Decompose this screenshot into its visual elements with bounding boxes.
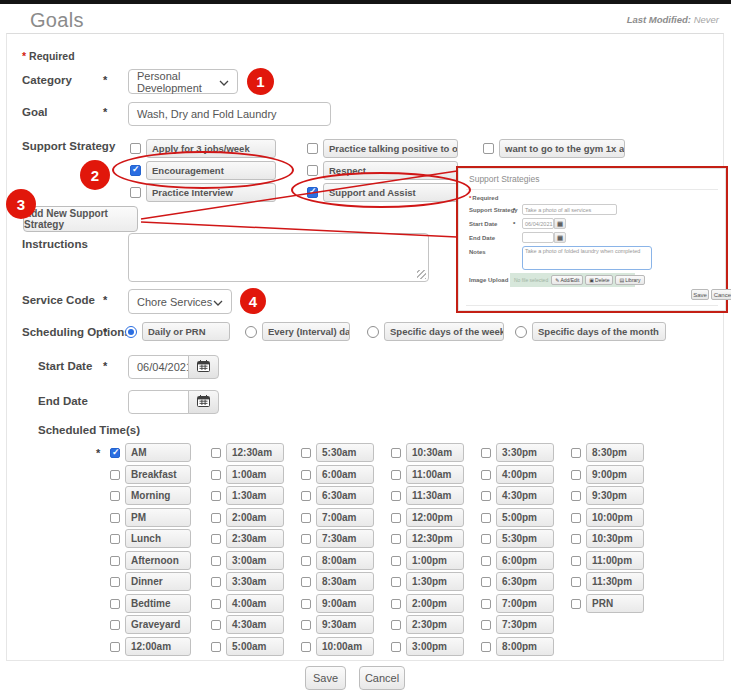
- goal-input[interactable]: Wash, Dry and Fold Laundry: [128, 102, 331, 126]
- checkbox[interactable]: [571, 470, 581, 480]
- checkbox[interactable]: [301, 577, 311, 587]
- checkbox[interactable]: [110, 556, 120, 566]
- checkbox[interactable]: [481, 642, 491, 652]
- checkbox[interactable]: [211, 642, 221, 652]
- checkbox[interactable]: [110, 620, 120, 630]
- scheduled-time-option[interactable]: 7:00pm: [481, 594, 554, 613]
- scheduling-option[interactable]: Specific days of the week: [367, 322, 504, 341]
- support-strategy-option[interactable]: Respect: [307, 161, 458, 180]
- checkbox[interactable]: [110, 470, 120, 480]
- inset-cancel-button[interactable]: Cancel: [711, 289, 731, 300]
- save-button[interactable]: Save: [305, 666, 346, 690]
- scheduled-time-option[interactable]: Lunch: [110, 529, 191, 548]
- scheduled-time-option[interactable]: 11:30am: [391, 486, 464, 505]
- checkbox[interactable]: [391, 556, 401, 566]
- checkbox[interactable]: [481, 556, 491, 566]
- checkbox[interactable]: [571, 556, 581, 566]
- end-date-input[interactable]: [128, 390, 189, 414]
- checkbox[interactable]: [391, 620, 401, 630]
- checkbox[interactable]: [301, 470, 311, 480]
- inset-delete-button[interactable]: ▣Delete: [585, 275, 613, 285]
- checkbox[interactable]: [211, 470, 221, 480]
- checkbox[interactable]: [301, 491, 311, 501]
- category-select[interactable]: Personal Development: [128, 69, 238, 94]
- support-strategy-option[interactable]: Support and Assist: [307, 183, 458, 202]
- checkbox[interactable]: [301, 620, 311, 630]
- scheduled-time-option[interactable]: Afternoon: [110, 551, 191, 570]
- inset-support-strategy-input[interactable]: Take a photo of all services: [522, 204, 617, 215]
- checkbox[interactable]: [483, 143, 494, 154]
- checkbox[interactable]: [391, 599, 401, 609]
- scheduled-time-option[interactable]: 3:30pm: [481, 443, 554, 462]
- radio-button[interactable]: [245, 326, 257, 338]
- scheduled-time-option[interactable]: 12:00am: [110, 637, 191, 656]
- checkbox[interactable]: [481, 448, 491, 458]
- checkbox[interactable]: [211, 556, 221, 566]
- scheduled-time-option[interactable]: Bedtime: [110, 594, 191, 613]
- checkbox[interactable]: [110, 491, 120, 501]
- checkbox[interactable]: [481, 513, 491, 523]
- inset-start-date-input[interactable]: 06/04/2021: [522, 218, 554, 229]
- scheduled-time-option[interactable]: 5:30am: [301, 443, 374, 462]
- end-date-calendar-button[interactable]: [188, 390, 219, 414]
- checkbox[interactable]: [110, 599, 120, 609]
- scheduled-time-option[interactable]: 10:00pm: [571, 508, 644, 527]
- scheduled-time-option[interactable]: 3:30am: [211, 572, 284, 591]
- scheduled-time-option[interactable]: Breakfast: [110, 465, 191, 484]
- checkbox[interactable]: [391, 534, 401, 544]
- scheduled-time-option[interactable]: 2:00am: [211, 508, 284, 527]
- checkbox[interactable]: [211, 491, 221, 501]
- start-date-input[interactable]: 06/04/2021: [128, 355, 189, 379]
- support-strategy-option[interactable]: Practice Interview: [130, 183, 276, 202]
- checkbox[interactable]: [481, 491, 491, 501]
- checkbox[interactable]: [211, 534, 221, 544]
- inset-start-date-calendar-icon[interactable]: ▦: [554, 218, 566, 229]
- scheduled-time-option[interactable]: 10:30am: [391, 443, 464, 462]
- scheduled-time-option[interactable]: 4:30am: [211, 615, 284, 634]
- scheduled-time-option[interactable]: 6:30pm: [481, 572, 554, 591]
- inset-save-button[interactable]: Save: [691, 289, 709, 300]
- scheduled-time-option[interactable]: PM: [110, 508, 191, 527]
- checkbox[interactable]: [211, 448, 221, 458]
- inset-library-button[interactable]: ▤Library: [615, 275, 644, 285]
- scheduled-time-option[interactable]: 9:30am: [301, 615, 374, 634]
- inset-notes-textarea[interactable]: Take a photo of folded laundry when comp…: [522, 246, 652, 270]
- checkbox[interactable]: [391, 491, 401, 501]
- scheduled-time-option[interactable]: 6:00am: [301, 465, 374, 484]
- radio-button[interactable]: [515, 326, 527, 338]
- scheduled-time-option[interactable]: 11:30pm: [571, 572, 644, 591]
- support-strategy-option[interactable]: want to go to the gym 1x a day: [483, 139, 625, 158]
- scheduled-time-option[interactable]: Dinner: [110, 572, 191, 591]
- support-strategy-option[interactable]: Apply for 3 jobs/week: [130, 139, 276, 158]
- checkbox[interactable]: [110, 642, 120, 652]
- checkbox[interactable]: [301, 599, 311, 609]
- checkbox[interactable]: [307, 165, 318, 176]
- scheduled-time-option[interactable]: 11:00pm: [571, 551, 644, 570]
- service-code-select[interactable]: Chore Services: [128, 289, 232, 314]
- scheduled-time-option[interactable]: 5:00am: [211, 637, 284, 656]
- checkbox[interactable]: [301, 642, 311, 652]
- checkbox[interactable]: [301, 448, 311, 458]
- checkbox[interactable]: [211, 620, 221, 630]
- inset-end-date-input[interactable]: [522, 232, 554, 243]
- scheduled-time-option[interactable]: 9:00am: [301, 594, 374, 613]
- scheduled-time-option[interactable]: 5:30pm: [481, 529, 554, 548]
- checkbox[interactable]: [571, 577, 581, 587]
- scheduled-time-option[interactable]: 3:00pm: [391, 637, 464, 656]
- checkbox[interactable]: [391, 577, 401, 587]
- scheduled-time-option[interactable]: 12:00pm: [391, 508, 464, 527]
- scheduled-time-option[interactable]: 7:30pm: [481, 615, 554, 634]
- scheduled-time-option[interactable]: 6:30am: [301, 486, 374, 505]
- checkbox[interactable]: [130, 187, 141, 198]
- scheduled-time-option[interactable]: 2:00pm: [391, 594, 464, 613]
- scheduled-time-option[interactable]: 8:00pm: [481, 637, 554, 656]
- scheduled-time-option[interactable]: 5:00pm: [481, 508, 554, 527]
- scheduled-time-option[interactable]: 12:30pm: [391, 529, 464, 548]
- support-strategy-option[interactable]: Practice talking positive to other clien…: [307, 139, 458, 158]
- checkbox[interactable]: [571, 599, 581, 609]
- inset-end-date-calendar-icon[interactable]: ▦: [554, 232, 566, 243]
- checkbox[interactable]: [391, 470, 401, 480]
- checkbox[interactable]: [391, 642, 401, 652]
- scheduled-time-option[interactable]: 1:00am: [211, 465, 284, 484]
- cancel-button[interactable]: Cancel: [359, 666, 405, 690]
